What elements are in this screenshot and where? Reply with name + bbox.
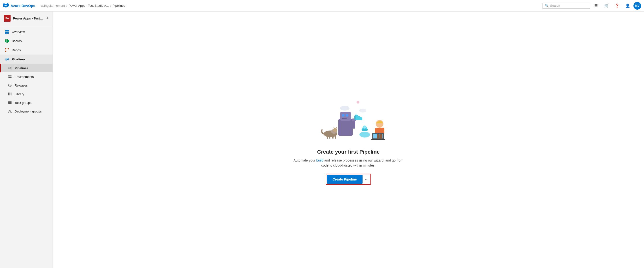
svg-point-55 [364, 126, 366, 128]
svg-point-9 [5, 51, 6, 52]
svg-line-13 [9, 67, 10, 68]
build-link[interactable]: build [316, 158, 324, 162]
svg-rect-40 [327, 136, 328, 139]
svg-rect-5 [6, 39, 8, 43]
svg-rect-21 [9, 92, 10, 95]
svg-point-7 [5, 48, 6, 50]
repos-icon [4, 48, 9, 52]
sidebar-item-boards-label: Boards [12, 39, 22, 43]
empty-state-title: Create your first Pipeline [317, 149, 380, 155]
sidebar-item-boards[interactable]: Boards [0, 36, 52, 45]
create-pipeline-row: Create Pipeline ··· [326, 174, 371, 185]
help-button[interactable]: ❓ [612, 1, 622, 11]
shopping-cart-button[interactable]: 🛒 [602, 1, 611, 11]
svg-rect-48 [342, 118, 347, 119]
sidebar-item-overview[interactable]: Overview [0, 27, 52, 36]
svg-point-18 [9, 77, 9, 78]
more-options-icon: ··· [365, 177, 368, 182]
shopping-cart-icon: 🛒 [604, 3, 609, 8]
svg-rect-42 [332, 136, 334, 139]
svg-line-14 [9, 68, 10, 69]
settings-icon: 👤 [625, 3, 630, 8]
user-avatar[interactable]: MV [634, 2, 641, 10]
svg-rect-26 [8, 103, 12, 104]
settings-button[interactable]: 👤 [623, 1, 632, 11]
sidebar-item-library-label: Library [15, 92, 24, 96]
sidebar-item-environments[interactable]: Environments [0, 72, 52, 81]
sidebar-item-pipelines-label: Pipelines [15, 66, 28, 70]
svg-point-34 [359, 109, 366, 112]
sidebar-item-pipelines-section[interactable]: Pipelines [0, 55, 52, 64]
releases-icon [8, 83, 12, 88]
sidebar-item-repos-label: Repos [12, 48, 21, 52]
svg-point-32 [356, 101, 360, 104]
overview-icon [4, 29, 9, 34]
sidebar-item-repos[interactable]: Repos [0, 45, 52, 55]
breadcrumb-current: Pipelines [112, 4, 125, 8]
svg-point-17 [9, 76, 9, 76]
svg-point-10 [8, 68, 9, 68]
svg-line-30 [9, 111, 10, 112]
project-avatar: PA [4, 15, 10, 22]
svg-point-28 [8, 112, 9, 113]
add-project-button[interactable]: + [46, 16, 49, 21]
sidebar-item-deploygroups[interactable]: Deployment groups [0, 107, 52, 116]
sidebar-item-deploygroups-label: Deployment groups [15, 110, 42, 113]
sidebar-navigation: Overview Boards [0, 25, 52, 117]
empty-state: Create your first Pipeline Automate your… [288, 85, 408, 194]
library-icon [8, 92, 12, 96]
breadcrumb-project[interactable]: Power Apps - Test Studio A... [68, 4, 109, 8]
svg-line-31 [10, 111, 11, 112]
sidebar-item-pipelines-section-label: Pipelines [12, 57, 26, 61]
empty-state-illustration [310, 95, 387, 143]
svg-rect-41 [329, 136, 330, 139]
breadcrumb-sep2: / [110, 4, 111, 8]
content-area: Create your first Pipeline Automate your… [53, 12, 644, 268]
svg-rect-1 [7, 30, 9, 32]
svg-point-27 [9, 110, 10, 111]
svg-rect-25 [8, 102, 12, 103]
svg-rect-62 [377, 134, 380, 139]
project-name[interactable]: Power Apps - Test Stud... [13, 17, 44, 20]
sidebar-item-pipelines[interactable]: Pipelines [0, 64, 52, 72]
project-initials: PA [6, 17, 9, 20]
azure-devops-logo[interactable]: Azure DevOps [3, 3, 35, 9]
breadcrumb: asingularmoment / Power Apps - Test Stud… [41, 4, 540, 8]
svg-rect-23 [11, 92, 12, 95]
svg-point-37 [333, 128, 337, 132]
svg-point-8 [8, 48, 9, 50]
top-nav: Azure DevOps asingularmoment / Power App… [0, 0, 644, 12]
svg-point-33 [340, 106, 350, 110]
svg-point-54 [362, 128, 368, 131]
svg-rect-22 [10, 92, 10, 95]
sidebar-item-library[interactable]: Library [0, 90, 52, 98]
svg-rect-61 [371, 139, 385, 140]
sidebar-project: PA Power Apps - Test Stud... + [0, 12, 52, 25]
notifications-button[interactable]: ☰ [591, 1, 601, 11]
svg-rect-49 [353, 120, 355, 128]
svg-point-12 [10, 68, 12, 69]
pipelines-section-icon [4, 57, 9, 62]
logo-text: Azure DevOps [10, 4, 35, 8]
create-pipeline-button[interactable]: Create Pipeline [327, 175, 362, 184]
boards-icon [4, 39, 9, 43]
sidebar-item-taskgroups-label: Task groups [15, 101, 32, 104]
search-placeholder: Search [550, 4, 560, 8]
sidebar-item-overview-label: Overview [12, 30, 25, 34]
svg-point-11 [10, 67, 12, 68]
search-box[interactable]: 🔍 Search [542, 3, 590, 9]
taskgroups-icon [8, 100, 12, 105]
sidebar: PA Power Apps - Test Stud... + Overview [0, 12, 53, 268]
pipelines-sub-icon [8, 66, 12, 70]
svg-rect-2 [5, 32, 7, 34]
sidebar-item-releases[interactable]: Releases [0, 81, 52, 90]
svg-point-46 [342, 114, 344, 117]
sidebar-item-taskgroups[interactable]: Task groups [0, 98, 52, 107]
deploygroups-icon [8, 109, 12, 114]
breadcrumb-org[interactable]: asingularmoment [41, 4, 65, 8]
notifications-icon: ☰ [594, 3, 598, 8]
svg-rect-45 [340, 112, 351, 121]
top-nav-right: 🔍 Search ☰ 🛒 ❓ 👤 MV [542, 1, 641, 11]
more-options-button[interactable]: ··· [364, 175, 370, 184]
svg-rect-44 [338, 119, 353, 136]
